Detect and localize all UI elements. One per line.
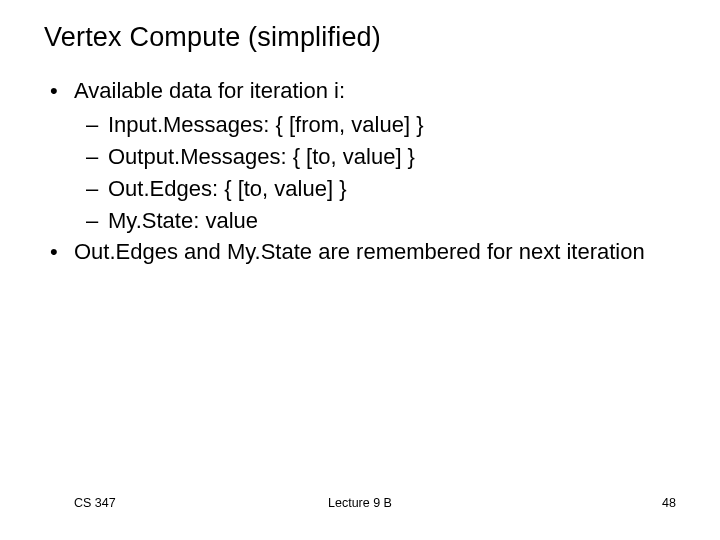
slide-title: Vertex Compute (simplified): [44, 22, 684, 53]
dash-icon: –: [86, 109, 108, 141]
bullet-level1: • Out.Edges and My.State are remembered …: [44, 236, 684, 268]
bullet-text: Out.Edges: { [to, value] }: [108, 173, 684, 205]
bullet-text: My.State: value: [108, 205, 684, 237]
footer-page-number: 48: [662, 496, 676, 510]
bullet-icon: •: [44, 75, 74, 107]
dash-icon: –: [86, 141, 108, 173]
bullet-text: Out.Edges and My.State are remembered fo…: [74, 236, 684, 268]
slide-body: • Available data for iteration i: – Inpu…: [44, 75, 684, 268]
bullet-level2: – My.State: value: [86, 205, 684, 237]
dash-icon: –: [86, 205, 108, 237]
bullet-text: Available data for iteration i:: [74, 75, 684, 107]
bullet-text: Output.Messages: { [to, value] }: [108, 141, 684, 173]
dash-icon: –: [86, 173, 108, 205]
slide: Vertex Compute (simplified) • Available …: [0, 0, 720, 540]
footer-center: Lecture 9 B: [0, 496, 720, 510]
bullet-level2: – Output.Messages: { [to, value] }: [86, 141, 684, 173]
bullet-level2: – Out.Edges: { [to, value] }: [86, 173, 684, 205]
bullet-level1: • Available data for iteration i:: [44, 75, 684, 107]
bullet-icon: •: [44, 236, 74, 268]
bullet-level2: – Input.Messages: { [from, value] }: [86, 109, 684, 141]
bullet-text: Input.Messages: { [from, value] }: [108, 109, 684, 141]
